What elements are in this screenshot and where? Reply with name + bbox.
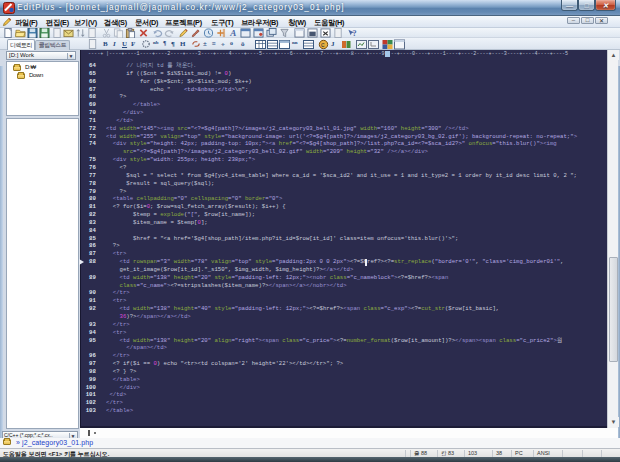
svg-text:?: ? (353, 29, 357, 38)
svg-text:A: A (229, 28, 236, 38)
svg-text:c: c (321, 41, 325, 48)
